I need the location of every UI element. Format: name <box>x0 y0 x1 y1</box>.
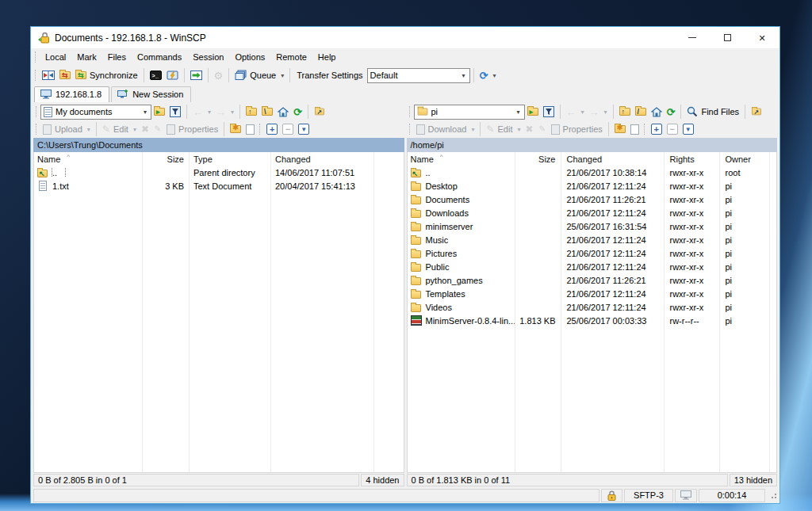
local-properties-button[interactable]: Properties <box>164 123 220 136</box>
file-row[interactable]: 1.txt 3 KB Text Document 20/04/2017 15:4… <box>34 179 404 193</box>
menu-item[interactable]: Files <box>102 51 132 63</box>
menu-item[interactable]: Session <box>187 51 229 63</box>
local-open-directory-button[interactable]: ▸ <box>151 106 167 117</box>
column-header-owner[interactable]: Owner <box>719 154 769 164</box>
local-filter-marked-button[interactable]: ▼ <box>296 122 312 136</box>
toolbar-grip[interactable] <box>36 124 39 135</box>
column-header-type[interactable]: Type <box>189 154 270 164</box>
close-button[interactable] <box>745 27 779 48</box>
local-delete-button[interactable] <box>139 122 151 136</box>
remote-delete-button[interactable] <box>523 122 535 136</box>
file-row[interactable]: python_games 21/06/2017 11:26:21 rwxr-xr… <box>408 273 777 287</box>
local-symlink-button[interactable]: ↗ <box>312 106 327 117</box>
transfer-queue-view-button[interactable] <box>188 68 205 82</box>
queue-button[interactable]: Queue <box>232 68 286 82</box>
local-collapse-button[interactable]: − <box>280 122 296 136</box>
file-row[interactable]: Desktop 21/06/2017 12:11:24 rwxr-xr-x pi <box>408 179 777 193</box>
upload-button[interactable]: Upload <box>40 123 93 136</box>
file-row[interactable]: minimserver 25/06/2017 16:31:54 rwxr-xr-… <box>408 219 777 233</box>
column-header-changed[interactable]: Changed <box>270 154 373 164</box>
local-back-button[interactable] <box>190 105 213 120</box>
menu-item[interactable]: Mark <box>71 51 102 63</box>
remote-rename-button[interactable] <box>536 122 549 136</box>
download-button[interactable]: Download <box>414 123 477 136</box>
open-in-putty-button[interactable] <box>164 68 181 82</box>
column-header-name[interactable]: Name^ <box>34 154 142 164</box>
local-parent-directory-button[interactable]: ↑ <box>243 106 259 117</box>
encryption-cell[interactable] <box>601 489 622 502</box>
menu-item[interactable]: Commands <box>132 51 187 63</box>
file-row[interactable]: Downloads 21/06/2017 12:11:24 rwxr-xr-x … <box>408 206 777 219</box>
protocol-cell[interactable]: SFTP-3 <box>624 489 673 502</box>
remote-symlink-button[interactable]: ↗ <box>749 106 764 117</box>
column-header-size[interactable]: Size <box>142 154 189 164</box>
local-home-directory-button[interactable] <box>275 105 291 119</box>
resize-grip[interactable] <box>768 490 778 500</box>
toolbar-grip[interactable] <box>409 106 412 117</box>
remote-refresh-button[interactable] <box>665 105 678 120</box>
local-new-folder-button[interactable]: ✱ <box>228 124 243 135</box>
file-row[interactable]: Music 21/06/2017 12:11:24 rwxr-xr-x pi <box>408 233 777 246</box>
remote-filter-marked-button[interactable]: ▼ <box>680 122 696 136</box>
local-filter-button[interactable] <box>167 105 183 119</box>
remote-root-directory-button[interactable]: / <box>633 106 649 117</box>
local-refresh-button[interactable] <box>291 105 304 120</box>
local-new-file-button[interactable] <box>243 123 257 136</box>
remote-drive-combobox[interactable]: pi <box>414 105 525 120</box>
local-hidden-count[interactable]: 4 hidden <box>361 474 404 486</box>
remote-filter-button[interactable] <box>541 105 557 119</box>
local-path-bar[interactable]: C:\Users\Trung\Documents <box>33 138 404 152</box>
preferences-button[interactable] <box>212 69 226 82</box>
remote-new-folder-button[interactable]: ✱ <box>612 124 628 135</box>
remote-forward-button[interactable] <box>587 105 610 120</box>
menu-item[interactable]: Local <box>40 51 71 63</box>
toolbar-grip[interactable] <box>409 124 412 135</box>
local-forward-button[interactable] <box>213 105 236 120</box>
remote-properties-button[interactable]: Properties <box>549 123 605 136</box>
maximize-button[interactable] <box>710 27 745 48</box>
minimize-button[interactable] <box>675 27 710 48</box>
find-files-button[interactable]: Find Files <box>684 105 741 119</box>
local-rename-button[interactable] <box>151 122 164 136</box>
file-row[interactable]: Templates 21/06/2017 12:11:24 rwxr-xr-x … <box>408 287 777 300</box>
remote-collapse-button[interactable]: − <box>665 122 680 136</box>
remote-edit-button[interactable]: Edit <box>484 122 523 136</box>
compare-directories-button[interactable] <box>40 68 57 82</box>
file-row[interactable]: Documents 21/06/2017 11:26:21 rwxr-xr-x … <box>408 193 777 206</box>
transfer-settings-combobox[interactable]: Default <box>367 68 470 83</box>
local-drive-combobox[interactable]: My documents <box>40 105 151 120</box>
file-row[interactable]: .. Parent directory 14/06/2017 11:07:51 <box>34 166 404 179</box>
menu-item[interactable]: Remote <box>270 51 312 63</box>
menu-item[interactable]: Help <box>312 51 342 63</box>
column-header-name[interactable]: Name^ <box>408 154 515 164</box>
local-expand-button[interactable]: + <box>264 122 280 136</box>
remote-path-bar[interactable]: /home/pi <box>407 138 778 152</box>
column-header-changed[interactable]: Changed <box>561 154 664 164</box>
remote-new-file-button[interactable] <box>628 123 642 136</box>
file-row[interactable]: MinimServer-0.8.4-lin... 1.813 KB 25/06/… <box>408 314 777 327</box>
remote-parent-directory-button[interactable]: ↑ <box>617 106 633 117</box>
new-session-tab[interactable]: New Session <box>111 86 191 102</box>
file-row[interactable]: .. 21/06/2017 10:38:14 rwxr-xr-x root <box>408 166 777 179</box>
file-row[interactable]: Pictures 21/06/2017 12:11:24 rwxr-xr-x p… <box>408 246 777 260</box>
toolbar-grip[interactable] <box>36 106 39 117</box>
synchronize-button[interactable]: ⇆ Synchronize <box>73 69 140 82</box>
synchronize-browsing-button[interactable]: ⇆ <box>57 70 73 81</box>
column-header-size[interactable]: Size <box>515 154 561 164</box>
file-row[interactable]: Public 21/06/2017 12:11:24 rwxr-xr-x pi <box>408 260 777 273</box>
column-header-rights[interactable]: Rights <box>664 154 719 164</box>
menu-item[interactable]: Options <box>229 51 270 63</box>
remote-hidden-count[interactable]: 13 hidden <box>730 474 777 486</box>
toolbar-grip[interactable] <box>259 124 262 135</box>
toolbar-grip[interactable] <box>644 124 647 135</box>
remote-home-directory-button[interactable] <box>649 105 665 119</box>
local-root-directory-button[interactable]: \ <box>259 106 275 117</box>
file-row[interactable]: Videos 21/06/2017 12:11:24 rwxr-xr-x pi <box>408 300 777 314</box>
menubar-grip[interactable] <box>35 51 38 63</box>
remote-expand-button[interactable]: + <box>649 122 665 136</box>
local-edit-button[interactable]: Edit <box>100 122 139 136</box>
server-info-cell[interactable] <box>675 489 697 502</box>
toolbar-grip[interactable] <box>35 70 38 81</box>
transfer-options-button[interactable] <box>477 68 499 83</box>
open-terminal-button[interactable]: >_ <box>147 69 164 82</box>
